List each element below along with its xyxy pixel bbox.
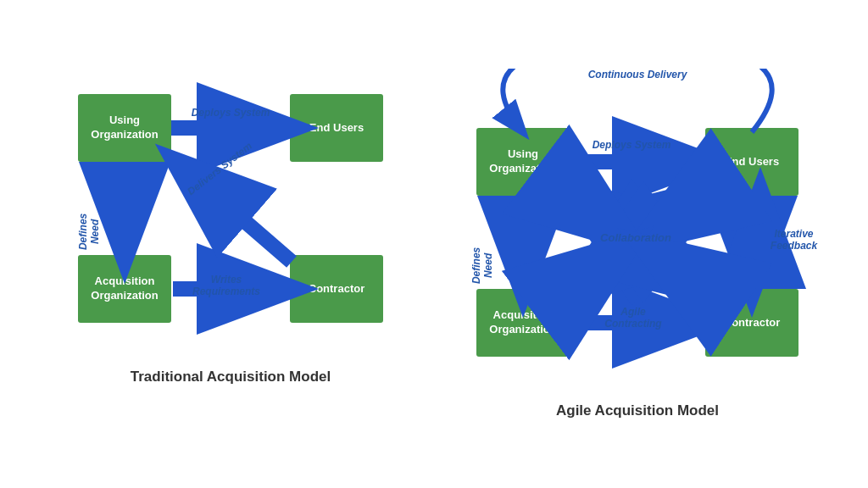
agile-diagram: UsingOrganization End Users AcquisitionO… [451, 69, 824, 391]
main-container: UsingOrganization End Users AcquisitionO… [10, 69, 858, 419]
traditional-diagram: UsingOrganization End Users AcquisitionO… [70, 69, 392, 357]
agile-iterative-label: IterativeFeedback [762, 228, 826, 252]
agile-collab-label: Collaboration [598, 231, 674, 245]
agile-contracting-label: AgileContracting [582, 306, 684, 330]
trad-writes-label: WritesRequirements [180, 274, 273, 298]
agile-title: Agile Acquisition Model [556, 402, 719, 419]
agile-defines-label: Defines Need [470, 239, 495, 291]
traditional-title: Traditional Acquisition Model [131, 369, 331, 385]
trad-defines-label: Defines Need [77, 205, 102, 258]
agile-deploys-label: Deploys System [581, 139, 682, 151]
svg-line-3 [178, 164, 292, 262]
traditional-model: UsingOrganization End Users AcquisitionO… [44, 69, 417, 385]
trad-deploys-label: Deploys System [184, 107, 277, 119]
agile-model: UsingOrganization End Users AcquisitionO… [451, 69, 824, 419]
agile-cd-label: Continuous Delivery [561, 69, 714, 80]
